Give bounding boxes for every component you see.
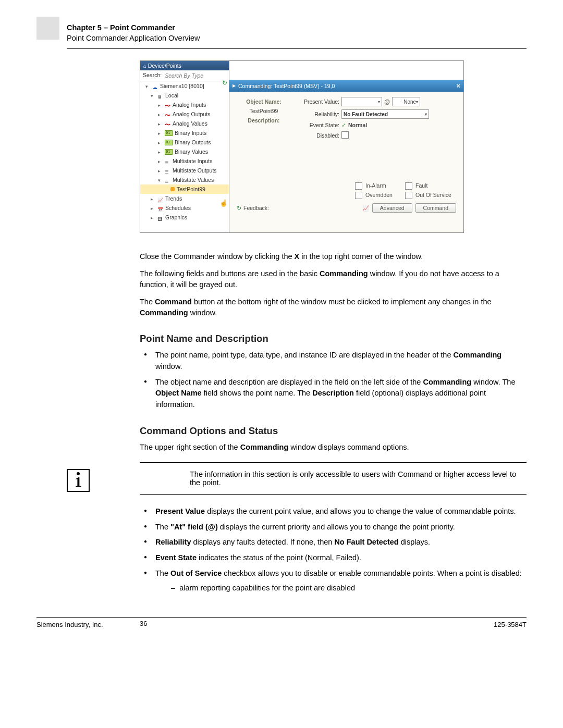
binary-icon: 01 (165, 130, 173, 136)
point-icon (170, 187, 175, 191)
feedback-label: Feedback: (237, 205, 269, 211)
command-options-list: Present Value displays the current point… (140, 506, 527, 594)
tree-node[interactable]: Trends (140, 194, 229, 203)
tree-node[interactable]: Graphics (140, 213, 229, 222)
tree-node[interactable]: Multistate Values (140, 175, 229, 184)
disabled-label: Disabled: (295, 132, 339, 139)
device-icon (157, 93, 163, 98)
network-icon (152, 84, 158, 89)
tree-node[interactable]: Analog Values (140, 119, 229, 128)
analog-icon (165, 121, 170, 126)
chapter-marker (36, 17, 59, 40)
fault-checkbox (405, 182, 412, 190)
page-footer: Siemens Industry, Inc. 125-3584T (36, 617, 527, 628)
info-icon: 1 (67, 469, 90, 492)
tree-node[interactable]: Multistate Outputs (140, 166, 229, 175)
graphics-icon (157, 215, 163, 220)
tree-node[interactable]: 01Binary Outputs (140, 138, 229, 147)
tree-node[interactable]: 01Binary Inputs (140, 128, 229, 138)
tree-node[interactable]: Analog Outputs (140, 109, 229, 119)
overridden-label: Overridden (365, 192, 402, 199)
out-of-service-label: Out Of Service (415, 192, 457, 199)
chapter-title: Chapter 5 – Point Commander (67, 23, 527, 32)
reliability-field[interactable]: No Fault Detected (341, 109, 429, 119)
status-icon: 📈 (362, 205, 369, 212)
at-field[interactable]: @ (384, 98, 390, 105)
commanding-titlebar: Commanding: TestPoint99 (MSV) - 19,0 × (229, 80, 463, 92)
object-name-label: Object Name: (235, 98, 293, 105)
footer-right: 125-3584T (494, 621, 527, 628)
event-state-value: Normal (348, 122, 367, 128)
sub-list-item: alarm reporting capabilities for the poi… (171, 583, 527, 594)
event-state-label: Event State: (295, 122, 339, 128)
list-item: The object name and description are disp… (140, 377, 527, 411)
cursor-icon (219, 199, 228, 207)
description-label: Description: (235, 117, 293, 124)
commanding-title: Commanding: TestPoint99 (MSV) - 19,0 (238, 83, 335, 89)
list-item: Event State indicates the status of the … (140, 552, 527, 564)
disabled-checkbox[interactable] (341, 131, 349, 139)
device-points-header: Device/Points (140, 61, 229, 70)
tree-node[interactable]: 01Binary Values (140, 147, 229, 156)
info-text: The information in this section is only … (190, 470, 516, 487)
search-row[interactable]: Search: (140, 70, 229, 81)
footer-left: Siemens Industry, Inc. (36, 621, 103, 628)
paragraph: The following fields and buttons are use… (140, 268, 527, 290)
multistate-icon (165, 168, 170, 173)
binary-icon: 01 (165, 149, 173, 155)
point-name-list: The point name, point type, data type, a… (140, 350, 527, 411)
list-item: The point name, point type, data type, a… (140, 350, 527, 373)
heading-point-name: Point Name and Description (140, 333, 527, 344)
tree-node-siemens[interactable]: Siemens10 [8010] (140, 81, 229, 91)
priority-field[interactable]: None (392, 97, 420, 106)
close-icon[interactable]: × (456, 82, 460, 90)
multistate-icon (165, 159, 170, 164)
tree-body[interactable]: Siemens10 [8010] Local Analog Inputs Ana… (140, 81, 229, 232)
tree-node[interactable]: Analog Inputs (140, 100, 229, 109)
analog-icon (165, 112, 170, 117)
refresh-icon[interactable] (222, 79, 227, 87)
app-screenshot: Device/Points Search: Siemens10 [8010] L… (140, 60, 464, 233)
chapter-subtitle: Point Commander Application Overview (67, 34, 527, 42)
device-tree-panel: Device/Points Search: Siemens10 [8010] L… (140, 61, 229, 232)
list-item: Present Value displays the current point… (140, 506, 527, 517)
schedules-icon (157, 206, 163, 211)
paragraph: The Command button at the bottom right o… (140, 297, 527, 318)
command-button[interactable]: Command (415, 203, 456, 213)
commanding-body: Object Name: TestPoint99 Description: Pr… (229, 92, 463, 232)
info-note: 1 The information in this section is onl… (140, 462, 527, 495)
list-item: The Out of Service checkbox allows you t… (140, 568, 527, 594)
search-input[interactable] (164, 72, 235, 79)
analog-icon (165, 103, 170, 107)
present-value-field[interactable] (341, 97, 382, 106)
tree-node[interactable]: Multistate Inputs (140, 156, 229, 166)
search-label: Search: (143, 72, 162, 79)
overridden-checkbox (355, 192, 362, 199)
heading-command-options: Command Options and Status (140, 425, 527, 437)
out-of-service-checkbox (405, 192, 412, 199)
tree-node-testpoint[interactable]: TestPoint99 (140, 184, 229, 194)
present-value-label: Present Value: (295, 98, 339, 105)
page-header: Chapter 5 – Point Commander Point Comman… (67, 23, 527, 49)
object-name-value: TestPoint99 (235, 108, 293, 114)
list-item: The "At" field (@) displays the current … (140, 522, 527, 533)
paragraph: The upper right section of the Commandin… (140, 442, 527, 453)
paragraph: Close the Commander window by clicking t… (140, 251, 527, 262)
reliability-label: Reliability: (295, 111, 339, 117)
advanced-button[interactable]: Advanced (372, 203, 412, 213)
fault-label: Fault (415, 182, 457, 190)
list-item: Reliability displays any faults detected… (140, 537, 527, 548)
tree-node-local[interactable]: Local (140, 91, 229, 100)
in-alarm-checkbox (355, 182, 362, 190)
binary-icon: 01 (165, 140, 173, 145)
trends-icon (157, 196, 163, 201)
multistate-icon (165, 178, 170, 182)
in-alarm-label: In-Alarm (365, 182, 402, 190)
tree-node[interactable]: Schedules (140, 203, 229, 213)
